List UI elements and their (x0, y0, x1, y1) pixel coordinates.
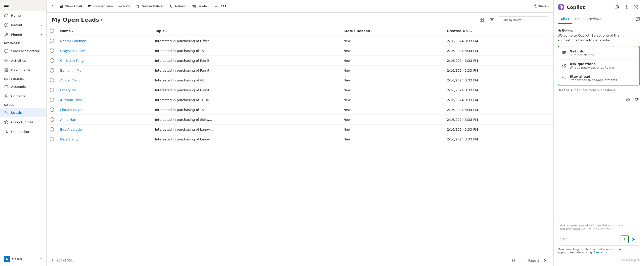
lead-name-link[interactable]: Autumn Thao (60, 98, 82, 102)
checkbox-circle[interactable] (50, 78, 54, 82)
sidebar-item-recent[interactable]: Recent ▾ (0, 20, 46, 30)
row-checkbox[interactable] (47, 75, 57, 85)
sidebar-item-accounts[interactable]: Accounts (0, 82, 46, 91)
cell-status: New (340, 46, 444, 56)
restore-deleted-button[interactable]: Restore Deleted (133, 3, 167, 10)
magic-suggestions-button[interactable] (621, 235, 629, 243)
checkbox-circle[interactable] (50, 117, 54, 122)
cell-topic: Interested in purchasing of Softw... (152, 115, 340, 125)
layout-toggle-button[interactable] (478, 16, 486, 24)
sidebar-item-opportunities[interactable]: Opportunities (0, 117, 46, 127)
row-checkbox[interactable] (47, 95, 57, 105)
row-checkbox[interactable] (47, 36, 57, 46)
lead-name-link[interactable]: Emery Do (60, 88, 76, 92)
delete-button[interactable]: Delete (190, 3, 209, 10)
sidebar-item-label: Activities (11, 59, 26, 63)
next-page-button[interactable] (541, 257, 548, 264)
lead-name-link[interactable]: Benjamin Mai (60, 69, 82, 72)
row-checkbox[interactable] (47, 134, 57, 144)
lead-name-link[interactable]: Eva Alvarado (60, 128, 82, 131)
app-switcher[interactable]: S Sales ◇ (0, 254, 46, 264)
checkbox-circle[interactable] (50, 98, 54, 102)
checkbox-circle[interactable] (50, 39, 54, 43)
lead-name-link[interactable]: Christian Fong (60, 59, 84, 63)
svg-rect-35 (562, 53, 565, 54)
svg-point-22 (535, 7, 536, 8)
cell-status: New (340, 56, 444, 66)
cell-created: 2/16/2024 3:33 PM (444, 125, 553, 134)
more-options-button[interactable]: ••• (220, 2, 228, 10)
back-button[interactable] (49, 2, 57, 10)
row-checkbox[interactable] (47, 66, 57, 75)
lead-name-link[interactable]: Naomi Coleman (60, 39, 86, 43)
new-chat-button[interactable] (635, 14, 640, 24)
svg-rect-10 (5, 85, 8, 88)
checkbox-circle[interactable] (50, 68, 54, 73)
sidebar-item-sales-accelerator[interactable]: Sales accelerator (0, 46, 46, 56)
lead-name-link[interactable]: Eliza Liang (60, 137, 78, 141)
column-header-name[interactable]: Name ▾ (57, 26, 152, 36)
disclaimer-link[interactable]: See terms (594, 251, 608, 254)
lead-name-link[interactable]: Lincoln Huynh (60, 108, 83, 112)
column-header-topic[interactable]: Topic ▾ (152, 26, 340, 36)
sidebar-item-leads[interactable]: Leads (0, 108, 46, 117)
refresh-button[interactable]: Refresh (167, 3, 189, 10)
checkbox-circle[interactable] (50, 127, 54, 132)
checkbox-circle[interactable] (50, 107, 54, 112)
share-button[interactable]: Share ▾ (530, 3, 551, 10)
checkbox-circle[interactable] (50, 88, 54, 92)
lead-name-link[interactable]: Anna Han (60, 118, 76, 122)
new-button[interactable]: New (116, 3, 132, 10)
filter-input[interactable] (498, 16, 548, 23)
sidebar-item-activities[interactable]: Activities (0, 56, 46, 65)
send-button[interactable] (630, 235, 638, 243)
sidebar-item-home[interactable]: Home (0, 11, 46, 20)
sidebar-item-dashboards[interactable]: Dashboards (0, 65, 46, 75)
sidebar-item-pinned[interactable]: Pinned ▾ (0, 30, 46, 39)
row-checkbox[interactable] (47, 56, 57, 66)
row-checkbox[interactable] (47, 85, 57, 95)
copilot-history-button[interactable] (613, 3, 621, 11)
copilot-input-area: 0/500 (558, 221, 640, 246)
contacts-icon (4, 94, 9, 98)
first-page-button[interactable] (510, 257, 517, 264)
cell-created: 2/16/2024 3:33 PM (444, 66, 553, 75)
sparkle-icon (623, 238, 626, 241)
thumbs-up-button[interactable] (625, 96, 631, 103)
checkbox-circle[interactable] (50, 28, 54, 33)
cell-name: Benjamin Mai (57, 66, 152, 75)
checkbox-circle[interactable] (50, 58, 54, 63)
focused-view-button[interactable]: Focused view (85, 3, 115, 10)
tab-chat[interactable]: Chat (558, 14, 572, 24)
row-checkbox[interactable] (47, 125, 57, 134)
toolbar: Show Chart Focused view New Restore Dele… (47, 0, 553, 13)
checkbox-circle[interactable] (50, 48, 54, 53)
tab-email[interactable]: Email (preview) (572, 14, 604, 24)
checkbox-circle[interactable] (50, 137, 54, 141)
sidebar-item-competitors[interactable]: Competitors (0, 127, 46, 136)
hamburger-menu[interactable] (0, 0, 46, 11)
suggestion-item-stay-ahead[interactable]: Stay ahead Prepare for sales appointment… (561, 72, 636, 82)
show-chart-button[interactable]: Show Chart (57, 3, 85, 10)
prev-page-button[interactable] (519, 257, 526, 264)
column-header-status-reason[interactable]: Status Reason ▾ (340, 26, 444, 36)
row-checkbox[interactable] (47, 105, 57, 115)
cell-name: Christian Fong (57, 56, 152, 66)
suggestion-item-get-info[interactable]: Get info Summarize lead (561, 49, 636, 60)
row-checkbox[interactable] (47, 115, 57, 125)
filter-button[interactable] (488, 16, 496, 24)
select-all-checkbox[interactable] (47, 26, 57, 36)
column-header-created-on[interactable]: Created On ↓▾ (444, 26, 553, 36)
chevron-dropdown-button[interactable] (213, 3, 219, 10)
copilot-input[interactable] (560, 223, 638, 233)
row-checkbox[interactable] (47, 46, 57, 56)
copilot-expand-button[interactable] (632, 3, 640, 11)
thumbs-down-button[interactable] (633, 96, 640, 103)
sidebar-item-contacts[interactable]: Contacts (0, 91, 46, 101)
lead-name-link[interactable]: Abigail Vang (60, 78, 81, 82)
dashboards-icon (4, 68, 9, 72)
suggestion-item-ask-questions[interactable]: Ask questions What's newly assigned to m… (561, 60, 636, 72)
copilot-settings-button[interactable] (622, 3, 630, 11)
list-title-chevron-icon[interactable]: ▾ (101, 18, 102, 22)
lead-name-link[interactable]: Grayson Turner (60, 49, 85, 53)
